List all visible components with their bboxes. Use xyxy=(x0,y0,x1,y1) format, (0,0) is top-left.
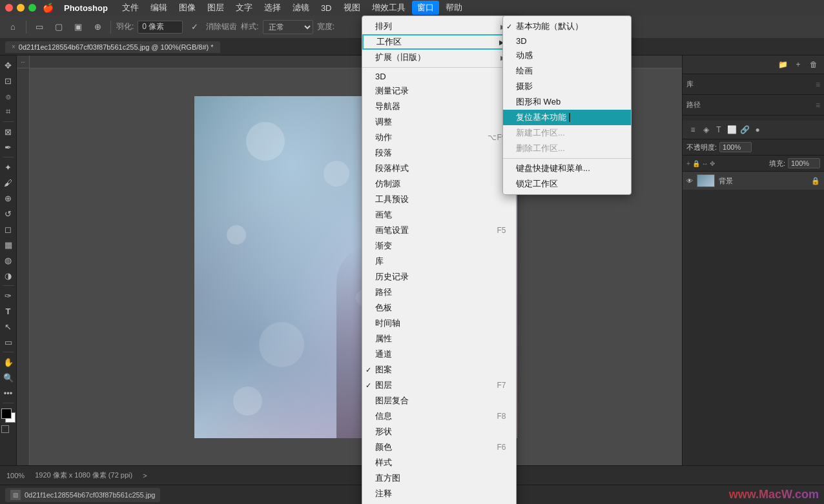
image-tab[interactable]: ▨ 0d21f1ec128554b67cf03f87b561c255.jpg xyxy=(5,488,160,502)
menu-paragraph[interactable]: 段落 xyxy=(362,145,516,161)
marquee-icon-2[interactable]: ▢ xyxy=(51,19,67,35)
marquee-icon-3[interactable]: ▣ xyxy=(70,19,86,35)
menu-item-edit[interactable]: 编辑 xyxy=(145,1,172,15)
zoom-tool[interactable]: 🔍 xyxy=(1,370,15,385)
feather-input[interactable] xyxy=(138,21,183,34)
history-brush-tool[interactable]: ↺ xyxy=(1,207,15,221)
menu-actions[interactable]: 动作⌥F9 xyxy=(362,130,516,145)
menu-item-select[interactable]: 选择 xyxy=(259,1,286,15)
status-arrow[interactable]: > xyxy=(143,472,147,479)
ws-delete-workspace[interactable]: 删除工作区... xyxy=(503,141,631,156)
menu-3d[interactable]: 3D xyxy=(362,70,516,83)
menu-info[interactable]: 信息F8 xyxy=(362,408,516,424)
menu-item-image[interactable]: 图像 xyxy=(174,1,201,15)
wand-tool[interactable]: ⌗ xyxy=(1,105,15,119)
opacity-input[interactable] xyxy=(719,142,752,152)
color-picker[interactable] xyxy=(1,408,15,423)
layer-visibility-icon[interactable]: 👁 xyxy=(686,177,693,185)
marquee-rect-icon[interactable]: ▭ xyxy=(32,19,47,35)
menu-timeline[interactable]: 时间轴 xyxy=(362,316,516,331)
foreground-color[interactable] xyxy=(1,408,12,419)
blur-tool[interactable]: ◍ xyxy=(1,253,15,267)
menu-properties[interactable]: 属性 xyxy=(362,331,516,347)
extras-tool[interactable]: ••• xyxy=(1,386,15,400)
menu-history[interactable]: 历史记录 xyxy=(362,269,516,285)
menu-color[interactable]: 颜色F6 xyxy=(362,439,516,455)
paths-menu-icon[interactable]: ≡ xyxy=(816,101,820,110)
menu-measurement[interactable]: 测量记录 xyxy=(362,83,516,99)
panel-menu-icon[interactable]: ≡ xyxy=(816,80,820,89)
menu-tool-presets[interactable]: 工具预设 xyxy=(362,192,516,207)
menu-histogram[interactable]: 直方图 xyxy=(362,470,516,486)
menu-layers[interactable]: 图层F7 xyxy=(362,378,516,393)
panel-delete-icon[interactable]: 🗑 xyxy=(807,58,820,71)
document-tab[interactable]: × 0d21f1ec128554b67cf03f87b561c255.jpg @… xyxy=(5,41,220,53)
menu-libraries[interactable]: 库 xyxy=(362,254,516,269)
marquee-tool[interactable]: ⊡ xyxy=(1,74,15,88)
canvas-corner[interactable]: ↔ xyxy=(17,55,30,68)
menu-swatches[interactable]: 色板 xyxy=(362,300,516,316)
move-tool[interactable]: ✥ xyxy=(1,58,15,72)
menu-item-help[interactable]: 帮助 xyxy=(440,1,468,15)
fill-input[interactable] xyxy=(788,158,820,168)
ws-lock[interactable]: 锁定工作区 xyxy=(503,176,631,192)
menu-channels[interactable]: 通道 xyxy=(362,347,516,362)
menu-navigator[interactable]: 导航器 xyxy=(362,99,516,114)
menu-paragraph-styles[interactable]: 段落样式 xyxy=(362,161,516,176)
ws-reset-essentials[interactable]: 复位基本功能 xyxy=(503,110,631,125)
panel-folder-icon[interactable]: 📁 xyxy=(776,58,789,71)
menu-adjustments[interactable]: 调整 xyxy=(362,114,516,130)
menu-item-window[interactable]: 窗口 xyxy=(412,1,439,15)
ws-painting[interactable]: 绘画 xyxy=(503,63,631,79)
anti-alias-icon[interactable]: ✓ xyxy=(187,19,202,35)
layer-filter-icon[interactable]: ◈ xyxy=(699,123,712,136)
panel-new-icon[interactable]: + xyxy=(792,58,805,71)
menu-patterns[interactable]: 图案 xyxy=(362,362,516,378)
menu-brush-settings[interactable]: 画笔设置F5 xyxy=(362,223,516,238)
shape-tool[interactable]: ▭ xyxy=(1,335,15,349)
layer-type-icon[interactable]: T xyxy=(712,123,725,136)
minimize-button[interactable] xyxy=(17,4,25,12)
close-button[interactable] xyxy=(5,4,13,12)
ws-essentials[interactable]: 基本功能（默认） xyxy=(503,19,631,34)
app-name-menu[interactable]: Photoshop xyxy=(59,2,113,14)
dodge-tool[interactable]: ◑ xyxy=(1,268,15,283)
home-icon[interactable]: ⌂ xyxy=(5,19,21,35)
layer-effects-icon[interactable]: ● xyxy=(751,123,764,136)
ws-graphic-web[interactable]: 图形和 Web xyxy=(503,94,631,110)
menu-extensions[interactable]: 扩展（旧版） ▶ xyxy=(362,50,516,65)
ws-shortcuts[interactable]: 键盘快捷键和菜单... xyxy=(503,161,631,176)
menu-paths[interactable]: 路径 xyxy=(362,285,516,300)
ws-photography[interactable]: 摄影 xyxy=(503,79,631,94)
ws-3d[interactable]: 3D xyxy=(503,34,631,48)
tab-close-icon[interactable]: × xyxy=(12,43,15,50)
menu-item-plugins[interactable]: 增效工具 xyxy=(367,1,411,15)
menu-arrange[interactable]: 排列 ▶ xyxy=(362,19,516,34)
menu-styles[interactable]: 样式 xyxy=(362,455,516,470)
menu-clone-source[interactable]: 仿制源 xyxy=(362,176,516,192)
lasso-tool[interactable]: ⌾ xyxy=(1,89,15,103)
text-tool[interactable]: T xyxy=(1,304,15,318)
layer-adjust-icon[interactable]: ⬜ xyxy=(725,123,738,136)
menu-item-view[interactable]: 视图 xyxy=(338,1,366,15)
menu-shapes[interactable]: 形状 xyxy=(362,424,516,439)
menu-character[interactable]: 字符 xyxy=(362,501,516,504)
menu-layer-comps[interactable]: 图层复合 xyxy=(362,393,516,408)
menu-notes[interactable]: 注释 xyxy=(362,486,516,501)
ws-new-workspace[interactable]: 新建工作区... xyxy=(503,125,631,141)
spot-heal-tool[interactable]: ✦ xyxy=(1,160,15,174)
menu-item-3d[interactable]: 3D xyxy=(316,2,337,14)
marquee-icon-4[interactable]: ⊕ xyxy=(90,19,105,35)
menu-brush[interactable]: 画笔 xyxy=(362,207,516,223)
menu-gradients[interactable]: 渐变 xyxy=(362,238,516,254)
quick-mask-icon[interactable] xyxy=(1,425,9,433)
menu-item-text[interactable]: 文字 xyxy=(231,1,258,15)
ws-motion[interactable]: 动感 xyxy=(503,48,631,63)
menu-item-filter[interactable]: 滤镜 xyxy=(287,1,314,15)
layer-row[interactable]: 👁 背景 🔒 xyxy=(683,172,824,190)
layer-kind-icon[interactable]: ≡ xyxy=(686,123,699,136)
path-select-tool[interactable]: ↖ xyxy=(1,319,15,334)
stamp-tool[interactable]: ⊕ xyxy=(1,191,15,205)
pen-tool[interactable]: ✑ xyxy=(1,288,15,303)
hand-tool[interactable]: ✋ xyxy=(1,355,15,369)
